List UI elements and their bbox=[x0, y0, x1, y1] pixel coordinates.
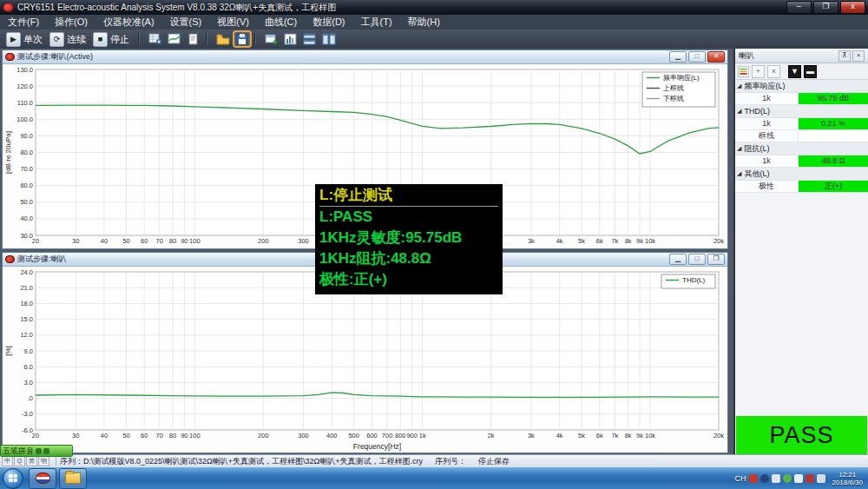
taskbar-app-explorer[interactable] bbox=[59, 468, 87, 489]
x-axis-tick-label: 2k bbox=[488, 432, 495, 439]
tree-row-0-0[interactable]: 1k95.75 dB bbox=[735, 93, 868, 105]
x-axis-tick-label: 300 bbox=[298, 237, 309, 245]
remove-item-icon[interactable]: × bbox=[767, 65, 780, 78]
menu-item-2[interactable]: 仪器校准(A) bbox=[95, 15, 162, 30]
x-axis-tick-label: 80 bbox=[169, 432, 176, 439]
tree-row-name: 极性 bbox=[735, 181, 799, 192]
action-center-flag-icon[interactable] bbox=[817, 474, 825, 483]
tree-row-name: 1k bbox=[735, 118, 799, 129]
tree-group-label: 频率响应(L) bbox=[744, 81, 785, 92]
chart-maximize-button[interactable]: □ bbox=[688, 254, 706, 265]
tree-group-3[interactable]: ◢其他(L) bbox=[735, 168, 868, 181]
curve-editor-icon[interactable] bbox=[167, 32, 182, 46]
ime-toolbar[interactable]: 五笔拼音 bbox=[0, 445, 73, 457]
network-tray-icon[interactable] bbox=[760, 474, 769, 483]
ime-menu-icon[interactable] bbox=[36, 448, 42, 454]
volume-icon[interactable] bbox=[794, 474, 803, 483]
x-axis-tick-label: 6k bbox=[596, 237, 603, 245]
run-single-button[interactable]: ▶ bbox=[6, 32, 21, 47]
tree-row-3-0[interactable]: 极性正(+) bbox=[735, 181, 868, 193]
tree-group-2[interactable]: ◢阻抗(L) bbox=[735, 142, 868, 155]
ime-keyboard-icon[interactable] bbox=[43, 448, 49, 454]
menu-item-1[interactable]: 操作(O) bbox=[47, 15, 95, 30]
menu-item-8[interactable]: 帮助(H) bbox=[400, 15, 448, 30]
y-axis-tick-label: 24.0 bbox=[20, 268, 33, 276]
x-axis-tick-label: 10k bbox=[645, 432, 655, 439]
collapse-all-icon[interactable]: ▼ bbox=[788, 65, 801, 78]
menu-item-5[interactable]: 曲线(C) bbox=[257, 15, 305, 30]
chart-minimize-button[interactable]: ▁ bbox=[669, 254, 687, 265]
pin-icon[interactable]: ⊼ bbox=[838, 50, 851, 62]
add-item-icon[interactable]: + bbox=[752, 65, 765, 78]
stop-button[interactable]: ■ bbox=[93, 32, 108, 47]
taskbar-app-cry6151[interactable] bbox=[29, 468, 56, 489]
result-panel: 喇叭 ⊼ × + × ▼ ▬ ◢频率响应(L)1k95.75 dB◢THD(L)… bbox=[733, 49, 868, 455]
window-title: CRY6151 Electro-acoustic Analysis System… bbox=[17, 2, 785, 14]
chart-minimize-button[interactable]: ▁ bbox=[669, 51, 687, 63]
tree-group-1[interactable]: ◢THD(L) bbox=[735, 105, 868, 118]
chart-close-button[interactable]: ✕ bbox=[707, 51, 725, 63]
tree-row-name: 1k bbox=[735, 93, 799, 104]
window-maximize-button[interactable]: ❐ bbox=[813, 1, 838, 14]
ime-mode-icon[interactable]: 中 bbox=[2, 456, 13, 466]
usb-tray-icon[interactable] bbox=[772, 474, 780, 483]
run-single-label: 单次 bbox=[23, 33, 43, 46]
ime-name-label: 五笔拼音 bbox=[3, 446, 34, 457]
run-continuous-label: 连续 bbox=[67, 33, 86, 46]
readout-line-3: 1KHz阻抗:48.8Ω bbox=[319, 248, 498, 269]
tree-row-1-1[interactable]: 框线 bbox=[735, 130, 868, 142]
tree-row-1-0[interactable]: 1k0.21 % bbox=[735, 118, 868, 130]
tree-group-label: 阻抗(L) bbox=[744, 143, 769, 155]
open-file-icon[interactable] bbox=[215, 32, 231, 46]
expand-toggle-icon[interactable]: ▬ bbox=[804, 65, 817, 78]
x-axis-tick-label: 50 bbox=[122, 237, 129, 245]
tree-row-2-0[interactable]: 1k48.8 Ω bbox=[735, 155, 868, 168]
menu-item-7[interactable]: 工具(T) bbox=[353, 15, 400, 30]
x-axis-tick-label: 40 bbox=[101, 237, 108, 245]
thd-chart-canvas[interactable]: 2030405060708090100200300400500600700800… bbox=[3, 267, 726, 453]
tile-horizontal-icon[interactable] bbox=[302, 32, 318, 46]
layers-icon[interactable] bbox=[738, 66, 749, 77]
chart-maximize-button[interactable]: □ bbox=[688, 51, 706, 63]
save-file-icon[interactable] bbox=[234, 32, 250, 46]
x-axis-tick-label: 20 bbox=[32, 237, 39, 245]
menu-item-3[interactable]: 设置(S) bbox=[162, 15, 210, 30]
tree-expand-icon: ◢ bbox=[737, 170, 741, 177]
start-button[interactable] bbox=[3, 468, 23, 489]
parameter-settings-icon[interactable] bbox=[148, 32, 163, 46]
window-close-button[interactable]: x bbox=[840, 1, 865, 14]
language-indicator[interactable]: CH bbox=[734, 474, 746, 483]
security-shield-icon[interactable] bbox=[783, 474, 792, 483]
chart-window-header[interactable]: 测试步骤:喇叭(Active) ▁ □ ✕ bbox=[3, 50, 727, 64]
new-chart-icon[interactable] bbox=[283, 32, 299, 46]
ime-tray-icon[interactable] bbox=[749, 474, 758, 483]
run-continuous-button[interactable]: ⟳ bbox=[49, 32, 64, 47]
tree-row-name: 1k bbox=[735, 155, 799, 167]
x-axis-tick-label: 6k bbox=[596, 432, 603, 439]
window-minimize-button[interactable]: – bbox=[786, 1, 812, 14]
tile-vertical-icon[interactable] bbox=[321, 32, 337, 46]
x-axis-tick-label: 100 bbox=[189, 432, 201, 439]
menu-item-6[interactable]: 数据(D) bbox=[305, 15, 352, 30]
menu-item-0[interactable]: 文件(F) bbox=[0, 15, 47, 30]
monitor-tray-icon[interactable] bbox=[806, 474, 814, 483]
magnifier-icon[interactable]: Q bbox=[14, 456, 25, 466]
y-axis-tick-label: 6.0 bbox=[24, 363, 33, 371]
new-window-icon[interactable] bbox=[264, 32, 279, 46]
report-icon[interactable] bbox=[186, 32, 201, 46]
panel-close-icon[interactable]: × bbox=[852, 50, 865, 62]
result-panel-header: 喇叭 ⊼ × bbox=[735, 49, 868, 63]
x-axis-tick-label: 9k bbox=[636, 432, 643, 439]
menu-item-4[interactable]: 视图(V) bbox=[209, 15, 257, 30]
app-logo-icon bbox=[3, 3, 14, 12]
simplified-chinese-icon[interactable]: 简 bbox=[26, 456, 37, 466]
tree-group-0[interactable]: ◢频率响应(L) bbox=[735, 80, 868, 93]
chart-restore-button[interactable]: ❐ bbox=[707, 254, 725, 265]
x-axis-tick-label: 600 bbox=[366, 432, 378, 439]
readout-line-2: 1KHz灵敏度:95.75dB bbox=[319, 228, 498, 248]
x-axis-tick-label: 100 bbox=[189, 237, 201, 245]
x-axis-tick-label: 90 bbox=[181, 432, 187, 439]
softkeyboard-icon[interactable]: 明 bbox=[38, 456, 49, 466]
toolbar-separator bbox=[206, 33, 207, 45]
taskbar-clock[interactable]: 12:21 2018/6/30 bbox=[832, 471, 863, 486]
